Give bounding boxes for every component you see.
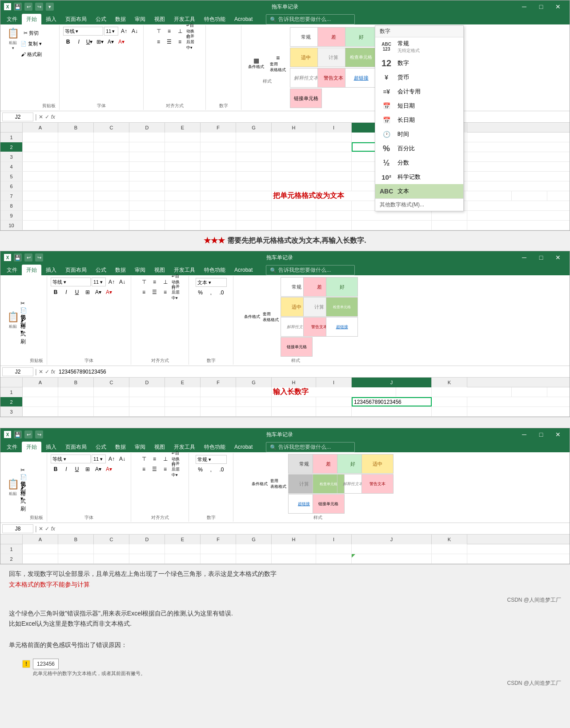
- c-A2-3[interactable]: [23, 554, 58, 563]
- col-D-3[interactable]: D: [129, 535, 165, 544]
- c-J1-3[interactable]: [352, 544, 432, 554]
- c-I3-2[interactable]: [316, 407, 352, 416]
- cell-I6[interactable]: [316, 181, 352, 191]
- tab-special[interactable]: 特色功能: [200, 14, 230, 24]
- conditional-format-btn[interactable]: ▦ 条件格式: [246, 51, 266, 76]
- tab-view-2[interactable]: 视图: [150, 265, 169, 275]
- tab-layout[interactable]: 页面布局: [61, 14, 91, 24]
- row-header-6[interactable]: 6: [0, 181, 23, 191]
- c-K1-3[interactable]: [432, 544, 467, 554]
- style-check-2[interactable]: 检查单元格: [326, 297, 358, 317]
- cell-G3[interactable]: [236, 152, 272, 161]
- cell-H8[interactable]: [272, 201, 316, 210]
- rh-2-2[interactable]: 2: [0, 397, 23, 406]
- format-painter-btn-2[interactable]: 🖌 格式刷: [20, 326, 30, 336]
- row-header-10[interactable]: 10: [0, 221, 23, 230]
- cell-A5[interactable]: [23, 172, 58, 181]
- cell-C6[interactable]: [94, 181, 129, 191]
- cell-I9[interactable]: [316, 211, 352, 220]
- cell-C2[interactable]: [94, 142, 129, 152]
- cell-A3[interactable]: [23, 152, 58, 161]
- increase-font-btn[interactable]: A↑: [119, 26, 129, 36]
- cell-F6[interactable]: [201, 181, 236, 191]
- cell-D3[interactable]: [129, 152, 165, 161]
- cell-C4[interactable]: [94, 162, 129, 171]
- col-header-F[interactable]: F: [201, 123, 236, 133]
- c-K2-3[interactable]: [432, 554, 467, 563]
- align-top-btn[interactable]: ⊤: [154, 26, 164, 36]
- bold-2[interactable]: B: [51, 287, 60, 297]
- inc-font-3[interactable]: A↑: [107, 454, 116, 464]
- mid-3[interactable]: ≡: [150, 454, 160, 464]
- maximize-btn[interactable]: □: [533, 0, 549, 13]
- cell-G1[interactable]: [236, 133, 272, 142]
- num-format-3[interactable]: 常规 ▾: [196, 455, 227, 464]
- col-G-3[interactable]: G: [236, 535, 272, 544]
- cond-fmt-3[interactable]: 条件格式: [251, 474, 269, 494]
- cell-G9[interactable]: [236, 211, 272, 220]
- center-3[interactable]: ☰: [150, 464, 160, 474]
- confirm-icon[interactable]: ✓: [45, 114, 49, 120]
- format-long-date[interactable]: 📅 长日期: [375, 113, 463, 127]
- cell-A2[interactable]: [23, 142, 58, 152]
- cell-J10[interactable]: [352, 221, 432, 230]
- format-general[interactable]: ABC123 常规 无特定格式: [375, 37, 463, 56]
- cell-B7[interactable]: [58, 191, 94, 201]
- dec-3[interactable]: .0: [217, 465, 227, 475]
- cell-E5[interactable]: [165, 172, 201, 181]
- redo-icon[interactable]: ↪: [35, 3, 43, 11]
- cell-H2[interactable]: [272, 142, 316, 152]
- row-header-5[interactable]: 5: [0, 172, 23, 181]
- cell-D1[interactable]: [129, 133, 165, 142]
- exclaim-icon[interactable]: !: [22, 660, 30, 668]
- c-A1-3[interactable]: [23, 544, 58, 554]
- c-F3-2[interactable]: [201, 407, 236, 416]
- c-I1-2[interactable]: [396, 387, 432, 397]
- cell-B3[interactable]: [58, 152, 94, 161]
- redo-icon-2[interactable]: ↪: [35, 253, 43, 261]
- col-header-C[interactable]: C: [94, 123, 129, 133]
- confirm-icon-3[interactable]: ✓: [45, 526, 49, 532]
- decrease-font-btn[interactable]: A↓: [130, 26, 140, 36]
- cell-B8[interactable]: [58, 201, 94, 210]
- tab-data[interactable]: 数据: [111, 14, 130, 24]
- cell-D8[interactable]: [129, 201, 165, 210]
- c-J2-3[interactable]: [352, 554, 432, 563]
- rh-2-1[interactable]: 1: [0, 387, 23, 397]
- c-H2-2[interactable]: [272, 397, 316, 406]
- c-A1-2[interactable]: [23, 387, 58, 397]
- c-E2-3[interactable]: [165, 554, 201, 563]
- cond-fmt-btn-2[interactable]: 条件格式: [243, 307, 261, 327]
- c-B1-3[interactable]: [58, 544, 94, 554]
- c-J3-2[interactable]: [352, 407, 432, 416]
- tab-home-3[interactable]: 开始: [22, 442, 41, 452]
- cell-ref-input-2[interactable]: [2, 367, 33, 376]
- tab-acrobat-3[interactable]: Acrobat: [230, 442, 257, 452]
- close-btn-3[interactable]: ✕: [550, 428, 566, 441]
- tab-insert-2[interactable]: 插入: [41, 265, 61, 275]
- style-good[interactable]: 好: [345, 27, 377, 47]
- formula-input-2[interactable]: [57, 369, 568, 375]
- c-D1-2[interactable]: [129, 387, 165, 397]
- cell-D10[interactable]: [129, 221, 165, 230]
- cell-E6[interactable]: [165, 181, 201, 191]
- c-D2-3[interactable]: [129, 554, 165, 563]
- num-format-2[interactable]: 文本 ▾: [196, 278, 227, 287]
- cell-E7[interactable]: [165, 191, 201, 201]
- st-linked-3[interactable]: 链接单元格: [313, 494, 345, 514]
- fx-icon[interactable]: fx: [51, 114, 55, 120]
- cell-F5[interactable]: [201, 172, 236, 181]
- cell-G2[interactable]: [236, 142, 272, 152]
- c-H1-3[interactable]: [272, 544, 316, 554]
- c-G2-3[interactable]: [236, 554, 272, 563]
- col-I-2[interactable]: I: [316, 378, 352, 387]
- dropdown-icon[interactable]: ▾: [46, 3, 54, 11]
- table-fmt-3[interactable]: 套用表格格式: [269, 474, 287, 494]
- dec-font-3[interactable]: A↓: [117, 454, 127, 464]
- c-F1-2[interactable]: [201, 387, 236, 397]
- bot-btn-2[interactable]: ⊥: [161, 277, 170, 287]
- tab-acrobat[interactable]: Acrobat: [230, 14, 257, 24]
- cell-H5[interactable]: [272, 172, 316, 181]
- c-F1-3[interactable]: [201, 544, 236, 554]
- cell-E9[interactable]: [165, 211, 201, 220]
